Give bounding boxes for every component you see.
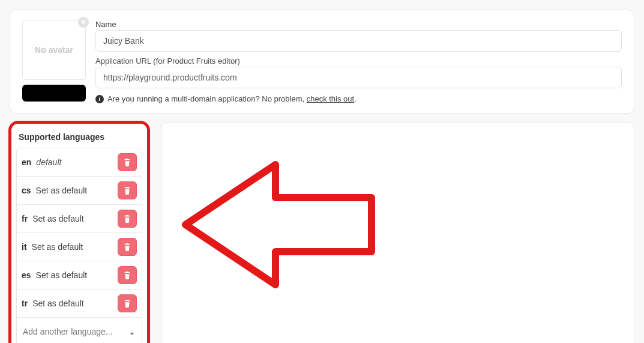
- delete-language-button[interactable]: [118, 210, 137, 228]
- helper-text: Are you running a multi-domain applicati…: [107, 94, 357, 103]
- delete-language-button[interactable]: [118, 153, 137, 171]
- avatar-remove-button[interactable]: ✕: [78, 17, 89, 28]
- set-as-default-link[interactable]: Set as default: [36, 270, 88, 280]
- delete-language-button[interactable]: [118, 238, 137, 256]
- language-row: itSet as default: [17, 233, 142, 261]
- languages-list: endefault csSet as default frSet as defa…: [16, 148, 142, 343]
- language-row: endefault: [17, 148, 142, 177]
- add-language-placeholder: Add another language...: [23, 327, 112, 336]
- name-field-group: Name: [95, 20, 622, 52]
- multi-domain-link[interactable]: check this out: [307, 94, 355, 103]
- trash-icon: [123, 186, 131, 195]
- language-row-left: itSet as default: [22, 242, 83, 252]
- language-code: es: [22, 270, 31, 280]
- set-as-default-link[interactable]: Set as default: [32, 214, 84, 223]
- url-label: Application URL (for Product Fruits edit…: [95, 56, 622, 65]
- bottom-row: Supported languages endefault csSet as d…: [10, 122, 634, 343]
- info-icon: i: [95, 95, 104, 103]
- application-url-input[interactable]: [95, 67, 622, 88]
- set-as-default-link[interactable]: Set as default: [32, 242, 83, 252]
- trash-icon: [123, 243, 131, 251]
- arrow-left-icon: [179, 153, 384, 297]
- set-as-default-link[interactable]: Set as default: [36, 186, 88, 195]
- chevron-down-icon: ⌄: [128, 327, 136, 336]
- delete-language-button[interactable]: [118, 294, 137, 312]
- language-code: tr: [22, 299, 28, 308]
- language-row-left: frSet as default: [22, 214, 84, 223]
- delete-language-button[interactable]: [118, 181, 137, 199]
- avatar-placeholder-text: No avatar: [35, 45, 73, 55]
- language-code: fr: [22, 214, 28, 223]
- language-row-left: esSet as default: [22, 270, 87, 280]
- name-input[interactable]: [95, 30, 622, 52]
- language-row: trSet as default: [17, 290, 142, 318]
- helper-row: i Are you running a multi-domain applica…: [95, 94, 622, 103]
- delete-language-button[interactable]: [118, 266, 137, 284]
- avatar-column: No avatar ✕: [22, 20, 86, 102]
- languages-title: Supported languages: [19, 132, 140, 142]
- url-field-group: Application URL (for Product Fruits edit…: [95, 56, 622, 88]
- language-code: it: [22, 242, 27, 252]
- workspace-settings-card: No avatar ✕ Name Application URL (for Pr…: [10, 10, 634, 114]
- close-icon: ✕: [80, 19, 86, 26]
- form-column: Name Application URL (for Product Fruits…: [95, 20, 622, 103]
- trash-icon: [123, 214, 131, 223]
- annotation-arrow: [179, 153, 384, 297]
- language-code: en: [22, 157, 31, 167]
- avatar-placeholder: No avatar ✕: [22, 20, 86, 80]
- language-row: frSet as default: [17, 205, 142, 233]
- language-row-left: endefault: [22, 157, 61, 167]
- supported-languages-card: Supported languages endefault csSet as d…: [10, 122, 149, 343]
- trash-icon: [123, 271, 131, 279]
- language-default-badge: default: [36, 157, 61, 167]
- set-as-default-link[interactable]: Set as default: [32, 299, 84, 308]
- name-label: Name: [95, 20, 622, 29]
- main-content-area: [161, 122, 634, 343]
- language-code: cs: [22, 186, 31, 195]
- language-row-left: csSet as default: [22, 186, 87, 195]
- language-row: esSet as default: [17, 261, 142, 290]
- language-row: csSet as default: [17, 177, 142, 205]
- trash-icon: [123, 158, 131, 166]
- avatar-upload-button[interactable]: [22, 85, 86, 102]
- add-language-dropdown[interactable]: Add another language...⌄: [17, 318, 142, 343]
- language-row-left: trSet as default: [22, 299, 84, 308]
- trash-icon: [123, 299, 131, 308]
